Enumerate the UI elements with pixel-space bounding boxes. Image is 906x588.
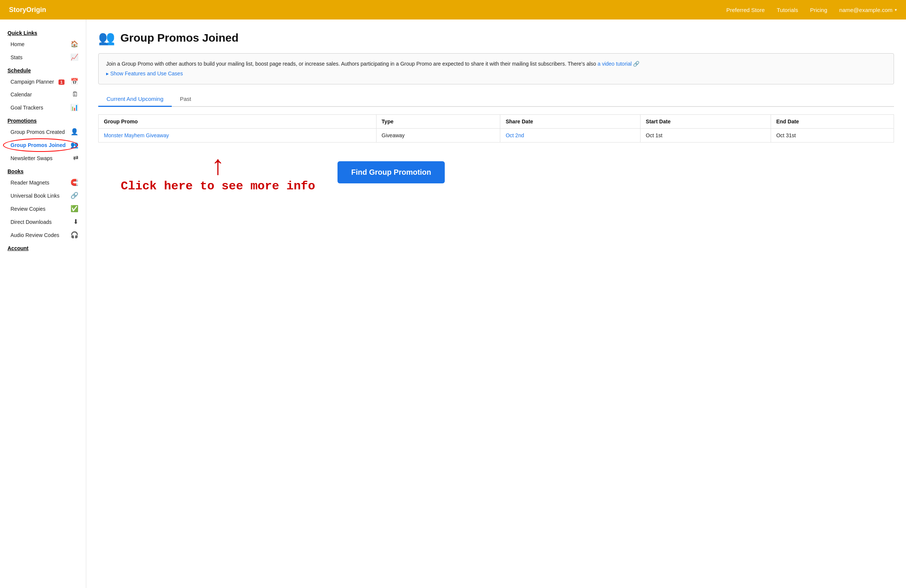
group-promos-table: Group Promo Type Share Date Start Date E… <box>98 115 894 142</box>
sidebar-item-stats[interactable]: Stats 📈 <box>0 51 86 64</box>
group-promos-created-icon: 👤 <box>70 128 78 136</box>
sidebar-item-audio-review-codes[interactable]: Audio Review Codes 🎧 <box>0 228 86 242</box>
review-copies-icon: ✅ <box>70 205 78 213</box>
pricing-link[interactable]: Pricing <box>810 7 827 13</box>
topnav: StoryOrigin Preferred Store Tutorials Pr… <box>0 0 906 19</box>
stats-label: Stats <box>11 54 22 61</box>
sidebar-item-goal-trackers[interactable]: Goal Trackers 📊 <box>0 101 86 114</box>
col-header-group-promo: Group Promo <box>99 115 376 128</box>
col-header-end-date: End Date <box>770 115 893 128</box>
direct-downloads-label: Direct Downloads <box>11 219 52 225</box>
find-group-promotion-button[interactable]: Find Group Promotion <box>338 161 444 183</box>
group-promos-joined-icon: 👥 <box>70 141 78 149</box>
layout: Quick Links Home 🏠 Stats 📈 Schedule Camp… <box>0 19 906 588</box>
campaign-planner-icon: 📅 <box>70 78 78 86</box>
tabs: Current And Upcoming Past <box>98 92 894 107</box>
cell-share-date: Oct 2nd <box>500 128 641 142</box>
tab-current-and-upcoming[interactable]: Current And Upcoming <box>98 92 172 107</box>
review-copies-label: Review Copies <box>11 206 45 212</box>
up-arrow-icon: ↑ <box>211 151 225 178</box>
click-here-text: Click here to see more info <box>121 179 315 193</box>
tab-past[interactable]: Past <box>172 92 199 107</box>
brand-logo[interactable]: StoryOrigin <box>9 6 726 14</box>
col-header-type: Type <box>376 115 500 128</box>
direct-downloads-icon: ⬇ <box>73 218 78 226</box>
sidebar-item-group-promos-joined[interactable]: Group Promos Joined 👥 <box>0 139 86 151</box>
campaign-planner-label: Campaign Planner 1 <box>11 79 64 85</box>
calendar-icon: 🗓 <box>72 91 78 98</box>
universal-book-links-label: Universal Book Links <box>11 193 60 199</box>
newsletter-swaps-icon: ⇄ <box>73 154 78 162</box>
share-date-link[interactable]: Oct 2nd <box>506 132 524 139</box>
sidebar-section-quick-links: Quick Links <box>0 26 86 38</box>
sidebar-section-promotions: Promotions <box>0 114 86 125</box>
calendar-label: Calendar <box>11 91 32 97</box>
stats-icon: 📈 <box>70 53 78 61</box>
sidebar-section-books: Books <box>0 165 86 176</box>
page-title-row: 👥 Group Promos Joined <box>98 30 894 46</box>
sidebar-item-calendar[interactable]: Calendar 🗓 <box>0 88 86 101</box>
sidebar-item-review-copies[interactable]: Review Copies ✅ <box>0 202 86 215</box>
preferred-store-link[interactable]: Preferred Store <box>726 7 765 13</box>
reader-magnets-label: Reader Magnets <box>11 180 49 186</box>
group-promo-link[interactable]: Monster Mayhem Giveaway <box>104 132 169 139</box>
audio-review-codes-icon: 🎧 <box>70 231 78 239</box>
sidebar-section-schedule: Schedule <box>0 64 86 75</box>
sidebar-item-home[interactable]: Home 🏠 <box>0 38 86 51</box>
info-box: Join a Group Promo with other authors to… <box>98 53 894 84</box>
cell-group-promo: Monster Mayhem Giveaway <box>99 128 376 142</box>
campaign-planner-badge: 1 <box>59 80 64 85</box>
cell-start-date: Oct 1st <box>641 128 771 142</box>
home-label: Home <box>11 41 24 47</box>
col-header-share-date: Share Date <box>500 115 641 128</box>
reader-magnets-icon: 🧲 <box>70 178 78 186</box>
newsletter-swaps-label: Newsletter Swaps <box>11 155 53 161</box>
sidebar-item-newsletter-swaps[interactable]: Newsletter Swaps ⇄ <box>0 151 86 165</box>
universal-book-links-icon: 🔗 <box>70 192 78 199</box>
col-header-start-date: Start Date <box>641 115 771 128</box>
sidebar-item-reader-magnets[interactable]: Reader Magnets 🧲 <box>0 176 86 189</box>
group-promos-created-label: Group Promos Created <box>11 129 65 135</box>
table-row: Monster Mayhem Giveaway Giveaway Oct 2nd… <box>99 128 894 142</box>
arrow-click-area: ↑ Click here to see more info <box>121 151 315 193</box>
cell-type: Giveaway <box>376 128 500 142</box>
goal-trackers-label: Goal Trackers <box>11 105 43 111</box>
cell-end-date: Oct 31st <box>770 128 893 142</box>
topnav-links: Preferred Store Tutorials Pricing name@e… <box>726 7 897 13</box>
main-content: 👥 Group Promos Joined Join a Group Promo… <box>86 19 906 588</box>
info-text: Join a Group Promo with other authors to… <box>106 61 598 67</box>
group-promos-joined-label: Group Promos Joined <box>11 142 65 148</box>
user-menu[interactable]: name@example.com ▾ <box>839 7 897 13</box>
cta-area: ↑ Click here to see more info Find Group… <box>98 151 894 193</box>
page-title: Group Promos Joined <box>120 32 239 44</box>
page-title-icon: 👥 <box>98 30 115 46</box>
user-email: name@example.com <box>839 7 893 13</box>
sidebar-item-group-promos-created[interactable]: Group Promos Created 👤 <box>0 125 86 139</box>
audio-review-codes-label: Audio Review Codes <box>11 232 59 238</box>
home-icon: 🏠 <box>70 40 78 48</box>
sidebar: Quick Links Home 🏠 Stats 📈 Schedule Camp… <box>0 19 86 588</box>
sidebar-item-universal-book-links[interactable]: Universal Book Links 🔗 <box>0 189 86 202</box>
video-tutorial-link[interactable]: a video tutorial 🔗 <box>598 61 640 67</box>
user-menu-chevron: ▾ <box>895 8 897 13</box>
sidebar-item-direct-downloads[interactable]: Direct Downloads ⬇ <box>0 215 86 228</box>
tutorials-link[interactable]: Tutorials <box>777 7 798 13</box>
show-features-link[interactable]: ▸ Show Features and Use Cases <box>106 69 886 78</box>
goal-trackers-icon: 📊 <box>70 104 78 112</box>
sidebar-item-campaign-planner[interactable]: Campaign Planner 1 📅 <box>0 75 86 88</box>
sidebar-section-account: Account <box>0 242 86 253</box>
